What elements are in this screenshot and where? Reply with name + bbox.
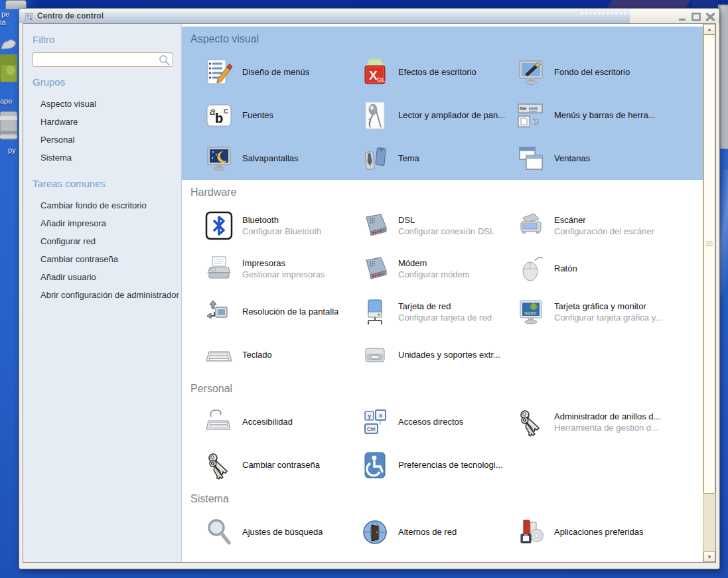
item-label: Diseño de menús (242, 67, 309, 77)
item-label: Tarjeta gráfica y monitor (554, 301, 662, 311)
sidebar-task-cambiar-contrasena[interactable]: Cambiar contraseña (23, 250, 181, 268)
scanner-icon (516, 211, 546, 240)
launcher-item-fuentes[interactable]: abcFuentes (204, 94, 360, 137)
launcher-item-ajustes-de-busqueda[interactable]: Ajustes de búsqueda (204, 510, 360, 553)
desktop-icon (0, 37, 17, 52)
close-button[interactable] (705, 12, 715, 21)
launcher-item-raton[interactable]: Ratón (516, 247, 703, 290)
item-label: Cambiar contraseña (242, 460, 320, 470)
launcher-item[interactable] (516, 553, 703, 562)
item-label: Menús y barras de herra... (554, 110, 655, 120)
launcher-item-teclado[interactable]: Teclado (204, 333, 360, 376)
section-header: Personal (182, 376, 703, 400)
sidebar-group-hardware[interactable]: Hardware (23, 113, 181, 131)
launcher-item-aplicaciones-preferidas[interactable]: Aplicaciones preferidas (516, 510, 703, 553)
network-card-icon (360, 297, 390, 326)
section-personal: PersonalAccesibilidadyxCtrlAccesos direc… (182, 376, 703, 486)
sidebar-group-sistema[interactable]: Sistema (23, 149, 181, 167)
desktop-background-icon (516, 58, 546, 87)
desktop-icon-label: ia (0, 19, 6, 27)
sidebar-task-abrir-configuracion-de-administrador[interactable]: Abrir configuración de administrador (23, 286, 181, 304)
item-label: Impresoras (242, 258, 325, 268)
launcher-item-preferencias-de-tecnologi[interactable]: Preferencias de tecnologi... (360, 443, 516, 486)
scrollbar[interactable]: ▲ ▼ (703, 24, 715, 562)
launcher-item-lector-y-ampliador-de-pan[interactable]: Lector y ampliador de pan... (360, 94, 516, 137)
launcher-item-administrador-de-anillos-d[interactable]: Administrador de anillos d...Herramienta… (516, 400, 703, 443)
item-label: Lector y ampliador de pan... (398, 110, 505, 120)
item-sublabel: Configuración del escáner (554, 226, 654, 236)
theme-icon (360, 144, 390, 173)
launcher-item-efectos-de-escritorio[interactable]: XGLEfectos de escritorio (360, 50, 516, 94)
svg-text:c: c (224, 106, 228, 115)
svg-text:b: b (215, 111, 223, 125)
sidebar-group-aspecto-visual[interactable]: Aspecto visual (23, 95, 181, 113)
item-sublabel: Configurar tarjeta gráfica y... (554, 313, 662, 323)
item-label: Ajustes de búsqueda (242, 527, 323, 537)
sidebar-task-anadir-impresora[interactable]: Añadir impresora (23, 214, 181, 232)
filter-input[interactable] (32, 52, 173, 67)
launcher-item-tarjeta-de-red[interactable]: Tarjeta de redConfigurar tarjeta de red (360, 290, 516, 333)
launcher-item-tarjeta-grafica-y-monitor[interactable]: suseTarjeta gráfica y monitorConfigurar … (516, 290, 703, 333)
svg-text:Ctrl: Ctrl (367, 426, 376, 432)
minimize-button[interactable] (677, 12, 688, 21)
launcher-item-modem[interactable]: MódemConfigurar módem (360, 247, 516, 290)
launcher-item[interactable] (204, 553, 360, 562)
section-hardware: HardwareBluetoothConfigurar BluetoothDSL… (182, 180, 703, 376)
item-label: Ratón (554, 263, 577, 273)
launcher-item-menus-y-barras-de-herra[interactable]: fileeditMenús y barras de herra... (516, 94, 703, 137)
sidebar-task-cambiar-fondo-de-escritorio[interactable]: Cambiar fondo de escritorio (23, 196, 181, 214)
content-area: Aspecto visualDiseño de menúsXGLEfectos … (182, 24, 703, 562)
item-label: Preferencias de tecnologi... (398, 460, 503, 470)
launcher-item-cambiar-contrasena[interactable]: Cambiar contraseña (204, 443, 360, 486)
windows-icon (516, 144, 546, 173)
svg-text:edit: edit (529, 106, 538, 111)
launcher-item-impresoras[interactable]: ImpresorasGestionar impresoras (204, 247, 360, 290)
screen-resolution-icon (204, 297, 234, 326)
item-label: Fuentes (242, 110, 273, 120)
scroll-down-button[interactable]: ▼ (703, 551, 715, 562)
launcher-item-unidades-y-soportes-extr[interactable]: Unidades y soportes extr... (360, 333, 516, 376)
launcher-item-salvapantallas[interactable]: Salvapantallas (204, 137, 360, 180)
sidebar-group-personal[interactable]: Personal (23, 131, 181, 149)
launcher-item-escaner[interactable]: EscánerConfiguración del escáner (516, 204, 703, 247)
removable-media-icon (360, 340, 390, 370)
item-label: Módem (398, 258, 470, 268)
launcher-item-tema[interactable]: Tema (360, 137, 516, 180)
launcher-item-accesibilidad[interactable]: Accesibilidad (204, 400, 360, 443)
window-body: Filtro Grupos Aspecto visualHardwarePers… (23, 23, 716, 563)
control-center-window: Centro de control Filtro (19, 8, 720, 569)
item-label: Teclado (242, 350, 272, 360)
partial-globe-icon (360, 561, 390, 563)
item-label: Ventanas (554, 153, 590, 163)
launcher-item-dsl[interactable]: DSLConfigurar conexión DSL (360, 204, 516, 247)
launcher-item-alternos-de-red[interactable]: Alternos de red (360, 510, 516, 553)
modem-icon (360, 254, 390, 283)
scroll-up-button[interactable]: ▲ (703, 24, 715, 35)
maximize-button[interactable] (691, 12, 701, 21)
sidebar-task-configurar-red[interactable]: Configurar red (23, 232, 181, 250)
launcher-item[interactable] (360, 553, 516, 562)
bluetooth-icon (204, 211, 234, 240)
scrollbar-thumb[interactable] (703, 35, 715, 494)
keys-icon (204, 451, 234, 480)
item-label: Bluetooth (242, 215, 321, 225)
item-label: Salvapantallas (242, 153, 299, 163)
search-icon (159, 54, 170, 66)
preferred-apps-icon (516, 518, 546, 547)
launcher-item-bluetooth[interactable]: BluetoothConfigurar Bluetooth (204, 204, 360, 247)
launcher-item-diseno-de-menus[interactable]: Diseño de menús (204, 50, 360, 94)
section-header: Aspecto visual (182, 27, 703, 50)
shortcuts-icon: yxCtrl (360, 407, 390, 437)
launcher-item-fondo-del-escritorio[interactable]: Fondo del escritorio (516, 50, 703, 94)
mouse-icon (516, 254, 546, 283)
item-sublabel: Configurar conexión DSL (398, 226, 494, 236)
section-sistema: SistemaAjustes de búsquedaAlternos de re… (182, 486, 703, 562)
launcher-item-resolucion-de-la-pantalla[interactable]: Resolución de la pantalla (204, 290, 360, 333)
item-label: Resolución de la pantalla (242, 307, 338, 317)
graphics-monitor-icon: suse (516, 297, 546, 326)
launcher-item-accesos-directos[interactable]: yxCtrlAccesos directos (360, 400, 516, 443)
sidebar-task-anadir-usuario[interactable]: Añadir usuario (23, 268, 181, 286)
launcher-item-ventanas[interactable]: Ventanas (516, 137, 703, 180)
item-label: Accesibilidad (242, 417, 293, 427)
window-titlebar[interactable]: Centro de control (19, 9, 719, 23)
